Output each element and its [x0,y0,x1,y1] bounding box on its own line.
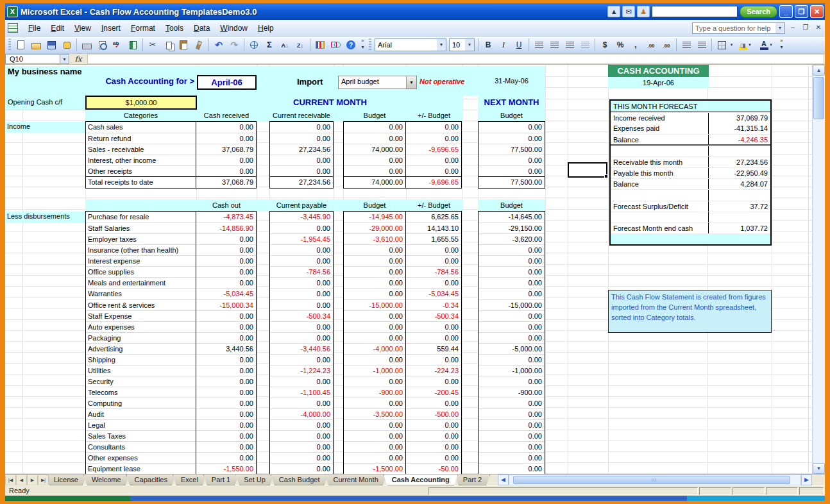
payable-cell[interactable]: -4,000.00 [270,408,333,419]
formatting-options-chevron[interactable]: »▾ [777,38,786,52]
vs-cell[interactable]: 0.00 [406,332,461,343]
payable-cell[interactable]: 0.00 [270,354,333,365]
forecast-value[interactable] [709,234,770,244]
sheet-tab-current-month[interactable]: Current Month [325,475,386,485]
category-cell[interactable]: Total receipts to date [86,176,196,187]
budget-cell[interactable]: 0.00 [344,452,405,463]
budget-cell[interactable]: 0.00 [344,288,405,299]
next-cell[interactable]: 0.00 [479,321,545,332]
chart-icon[interactable] [313,38,327,52]
sheet-tab-welcome[interactable]: Welcome [83,475,130,485]
budget-cell[interactable]: 0.00 [344,321,405,332]
category-cell[interactable]: Staff Salaries [86,223,196,233]
payable-cell[interactable]: -1,100.45 [270,387,333,398]
category-cell[interactable]: Interest, other income [86,155,196,165]
cash-cell[interactable]: 0.00 [196,165,256,176]
budget-cell[interactable]: 74,000.00 [344,144,405,155]
payable-cell[interactable]: -1,224.23 [270,365,333,376]
hscroll-right-icon[interactable]: ▶ [801,475,812,485]
toolbar-options-chevron[interactable]: »▾ [359,38,367,52]
decrease-decimal-icon[interactable] [659,38,673,52]
vs-cell[interactable]: 6,625.65 [406,212,461,223]
font-name-combo[interactable]: Arial▼ [375,38,446,51]
cash-accounting-for-label[interactable]: Cash Accounting for > [89,76,194,86]
next-cell[interactable]: -15,000.00 [479,299,545,310]
cash-cell[interactable]: 0.00 [196,408,256,419]
cash-cell[interactable]: 0.00 [196,310,256,321]
vertical-scroll-track[interactable] [813,121,825,463]
payable-cell[interactable]: 0.00 [270,430,333,441]
tab-prev-button[interactable]: ◀ [16,475,27,485]
vs-cell[interactable]: -5,034.45 [406,288,461,299]
vs-cell[interactable]: -500.00 [406,408,461,419]
cash-cell[interactable]: 0.00 [196,321,256,332]
cash-cell[interactable]: 0.00 [196,430,256,441]
next-cell[interactable]: -900.00 [479,387,545,398]
copy-icon[interactable] [161,38,175,52]
opening-cash-label-cell[interactable]: Opening Cash c/f [5,96,85,110]
cash-cell[interactable]: 0.00 [196,332,256,343]
align-center-icon[interactable] [547,38,561,52]
selected-cell-q10[interactable] [568,162,607,178]
menu-data[interactable]: Data [189,22,215,35]
cash-cell[interactable]: 0.00 [196,365,256,376]
payable-cell[interactable]: 0.00 [270,398,333,408]
next-cell[interactable]: 0.00 [479,332,545,343]
payable-cell[interactable]: 0.00 [270,441,333,452]
cash-cell[interactable]: 0.00 [196,133,256,144]
format-painter-icon[interactable] [192,38,206,52]
horizontal-scrollbar[interactable] [509,475,801,485]
payable-cell[interactable]: -3,445.90 [270,212,333,223]
bold-icon[interactable]: B [481,38,495,52]
budget-cell[interactable]: 0.00 [344,332,405,343]
merge-center-icon[interactable] [578,38,592,52]
spelling-icon[interactable] [110,38,124,52]
next-cell[interactable]: -29,150.00 [479,223,545,233]
sheet-tab-set-up[interactable]: Set Up [235,475,274,485]
payable-cell[interactable]: -3,440.56 [270,343,333,354]
budget-cell[interactable]: 0.00 [344,398,405,408]
forecast-value[interactable]: -4,246.35 [709,135,770,144]
budget-cell[interactable]: -15,000.00 [344,299,405,310]
next-cell[interactable]: 0.00 [479,310,545,321]
vs-cell[interactable]: 0.00 [406,419,461,430]
new-icon[interactable] [13,38,28,52]
payable-cell[interactable]: 0.00 [270,255,333,266]
comma-icon[interactable]: , [629,38,643,52]
forecast-value[interactable]: 37.72 [709,201,770,212]
font-size-combo[interactable]: 10▼ [449,38,475,51]
help-icon[interactable] [344,38,358,52]
mail-icon[interactable]: ✉ [622,6,635,17]
underline-icon[interactable]: U [512,38,526,52]
forecast-value[interactable] [709,212,770,223]
category-cell[interactable]: Purchase for resale [86,212,196,223]
decrease-indent-icon[interactable] [679,38,693,52]
payable-cell[interactable]: 0.00 [270,288,333,299]
next-cell[interactable]: 0.00 [479,255,545,266]
budget-cell[interactable]: -1,000.00 [344,365,405,376]
cash-cell[interactable]: -15,000.34 [196,299,256,310]
italic-icon[interactable]: I [496,38,511,52]
payable-cell[interactable]: -1,954.45 [270,233,333,244]
category-cell[interactable]: Audit [86,408,196,419]
statement-date[interactable]: 31-May-06 [478,77,545,85]
forecast-value[interactable]: -41,315.14 [709,123,770,134]
vs-cell[interactable]: 0.00 [406,354,461,365]
category-cell[interactable]: Meals and entertainment [86,277,196,288]
payable-cell[interactable]: 0.00 [270,376,333,387]
vs-cell[interactable]: 0.00 [406,155,461,165]
category-cell[interactable]: Computing [86,398,196,408]
menu-insert[interactable]: Insert [96,22,126,35]
category-cell[interactable]: Insurance (other than health) [86,244,196,255]
next-cell[interactable]: 0.00 [479,408,545,419]
cash-cell[interactable]: 37,068.79 [196,176,256,187]
vs-cell[interactable]: -9,696.65 [406,144,461,155]
forecast-value[interactable]: 37,069.79 [709,113,770,123]
restore-button[interactable]: ❐ [795,5,808,18]
cash-cell[interactable]: 0.00 [196,155,256,165]
budget-cell[interactable]: 0.00 [344,155,405,165]
category-cell[interactable]: Employer taxes [86,233,196,244]
payable-cell[interactable]: -784.56 [270,266,333,277]
vertical-scrollbar[interactable]: ▲ ▼ [812,65,825,474]
sheet-tab-capacities[interactable]: Capacities [126,475,176,485]
